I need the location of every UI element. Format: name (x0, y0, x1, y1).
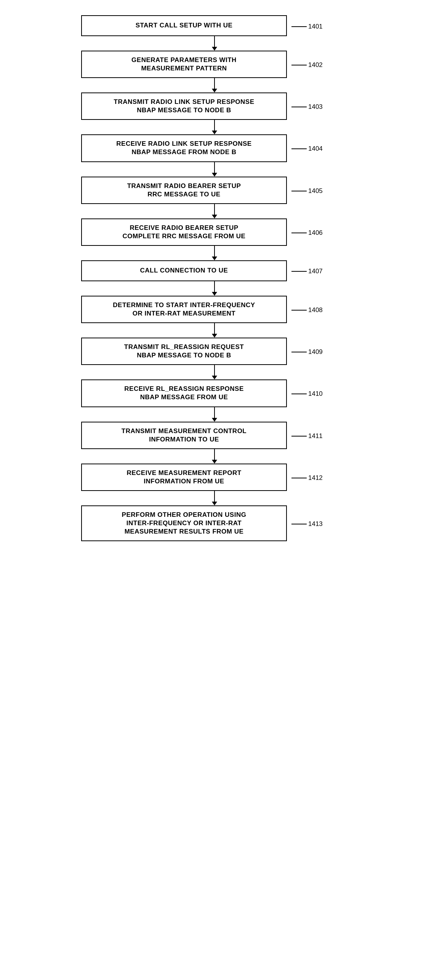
step-row-1406: RECEIVE RADIO BEARER SETUPCOMPLETE RRC M… (81, 218, 348, 246)
arrow-1408 (112, 323, 317, 338)
arrow-1412 (112, 491, 317, 505)
step-box-1413: PERFORM OTHER OPERATION USINGINTER-FREQU… (81, 505, 287, 541)
step-label-1404: 1404 (291, 143, 323, 153)
step-box-1403: TRANSMIT RADIO LINK SETUP RESPONSENBAP M… (81, 92, 287, 120)
arrow-1411 (112, 449, 317, 464)
arrow-1403 (112, 120, 317, 134)
step-row-1401: START CALL SETUP WITH UE1401 (81, 15, 348, 36)
arrow-1405 (112, 204, 317, 218)
step-row-1410: RECEIVE RL_REASSIGN RESPONSENBAP MESSAGE… (81, 379, 348, 407)
step-label-1408: 1408 (291, 305, 323, 314)
step-row-1409: TRANSMIT RL_REASSIGN REQUESTNBAP MESSAGE… (81, 338, 348, 365)
step-row-1407: CALL CONNECTION TO UE1407 (81, 260, 348, 281)
step-row-1408: DETERMINE TO START INTER-FREQUENCYOR INT… (81, 296, 348, 323)
step-row-1405: TRANSMIT RADIO BEARER SETUPRRC MESSAGE T… (81, 177, 348, 204)
step-row-1413: PERFORM OTHER OPERATION USINGINTER-FREQU… (81, 505, 348, 541)
arrow-1404 (112, 162, 317, 177)
step-label-1411: 1411 (291, 431, 323, 440)
step-label-1401: 1401 (291, 21, 323, 30)
step-box-1406: RECEIVE RADIO BEARER SETUPCOMPLETE RRC M… (81, 218, 287, 246)
step-box-1402: GENERATE PARAMETERS WITHMEASUREMENT PATT… (81, 51, 287, 78)
arrow-1407 (112, 281, 317, 296)
step-label-1409: 1409 (291, 347, 323, 356)
step-row-1403: TRANSMIT RADIO LINK SETUP RESPONSENBAP M… (81, 92, 348, 120)
step-row-1412: RECEIVE MEASUREMENT REPORTINFORMATION FR… (81, 464, 348, 491)
step-row-1404: RECEIVE RADIO LINK SETUP RESPONSENBAP ME… (81, 134, 348, 162)
step-label-1406: 1406 (291, 228, 323, 237)
step-box-1409: TRANSMIT RL_REASSIGN REQUESTNBAP MESSAGE… (81, 338, 287, 365)
step-label-1403: 1403 (291, 102, 323, 111)
arrow-1409 (112, 365, 317, 379)
arrow-1406 (112, 246, 317, 260)
arrow-1402 (112, 78, 317, 92)
step-box-1407: CALL CONNECTION TO UE (81, 260, 287, 281)
step-box-1410: RECEIVE RL_REASSIGN RESPONSENBAP MESSAGE… (81, 379, 287, 407)
flowchart: START CALL SETUP WITH UE1401GENERATE PAR… (81, 8, 348, 972)
step-row-1402: GENERATE PARAMETERS WITHMEASUREMENT PATT… (81, 51, 348, 78)
arrow-1410 (112, 407, 317, 422)
step-label-1410: 1410 (291, 389, 323, 398)
step-box-1405: TRANSMIT RADIO BEARER SETUPRRC MESSAGE T… (81, 177, 287, 204)
step-box-1411: TRANSMIT MEASUREMENT CONTROLINFORMATION … (81, 422, 287, 449)
step-box-1401: START CALL SETUP WITH UE (81, 15, 287, 36)
step-box-1404: RECEIVE RADIO LINK SETUP RESPONSENBAP ME… (81, 134, 287, 162)
step-label-1402: 1402 (291, 60, 323, 69)
step-label-1413: 1413 (291, 519, 323, 528)
step-box-1408: DETERMINE TO START INTER-FREQUENCYOR INT… (81, 296, 287, 323)
arrow-1401 (112, 36, 317, 51)
step-label-1407: 1407 (291, 266, 323, 275)
step-label-1405: 1405 (291, 186, 323, 195)
step-box-1412: RECEIVE MEASUREMENT REPORTINFORMATION FR… (81, 464, 287, 491)
step-label-1412: 1412 (291, 473, 323, 482)
step-row-1411: TRANSMIT MEASUREMENT CONTROLINFORMATION … (81, 422, 348, 449)
